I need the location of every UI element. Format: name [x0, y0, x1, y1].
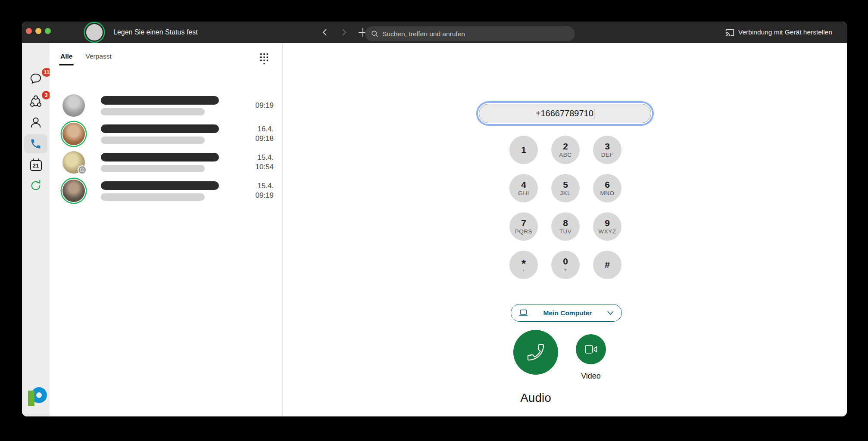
dialpad-key-4[interactable]: 4GHI: [509, 174, 538, 202]
chat-icon: [29, 72, 42, 85]
call-entry[interactable]: 09:19: [50, 91, 282, 120]
tab-verpasst[interactable]: Verpasst: [85, 53, 111, 65]
redacted-name: [101, 124, 244, 144]
call-entry[interactable]: 15.4.10:54: [50, 148, 282, 177]
redacted-name: [101, 96, 244, 115]
calendar-icon: 21: [30, 160, 42, 171]
sidebar-item-contacts[interactable]: [22, 113, 50, 132]
redacted-name: [101, 181, 244, 201]
zoom-window-button[interactable]: [45, 28, 51, 34]
phone-icon: [30, 138, 42, 150]
dialpad-grid-icon: [259, 53, 269, 65]
dialpad-key-1[interactable]: 1: [509, 136, 538, 164]
person-icon: [29, 116, 42, 129]
audio-call-button[interactable]: [513, 330, 558, 375]
dialer-pane: +16667789710 1 2ABC 3DEF 4GHI 5JKL 6MNO …: [283, 43, 847, 416]
call-entry[interactable]: 15.4.09:19: [50, 177, 282, 205]
dialpad-key-2[interactable]: 2ABC: [551, 136, 580, 164]
dialpad-key-hash[interactable]: #: [593, 251, 621, 279]
phone-handset-icon: [525, 342, 546, 363]
dialpad-key-8[interactable]: 8TUV: [551, 212, 580, 241]
chevron-left-icon: [321, 28, 329, 36]
dialpad-toggle-button[interactable]: [259, 53, 269, 66]
call-time: 15.4.10:54: [244, 153, 274, 172]
sidebar: 11 3: [22, 43, 50, 416]
forward-button[interactable]: [337, 26, 350, 39]
connect-device-button[interactable]: Verbindung mit Gerät herstellen: [725, 22, 832, 43]
phone-number-input[interactable]: +16667789710: [479, 104, 651, 123]
back-button[interactable]: [318, 26, 331, 39]
search-icon: [371, 30, 378, 37]
dialpad-key-9[interactable]: 9WXYZ: [593, 212, 621, 241]
call-history-list: 09:19 16.4.09:18 15.4.10:54: [50, 91, 282, 205]
avatar: [62, 151, 85, 174]
call-time: 15.4.09:19: [244, 181, 274, 200]
close-window-button[interactable]: [26, 28, 32, 34]
call-time: 09:19: [244, 101, 274, 110]
redacted-name: [101, 153, 244, 172]
dialpad-key-6[interactable]: 6MNO: [593, 174, 621, 202]
video-call-button[interactable]: [576, 334, 606, 364]
dialpad-key-3[interactable]: 3DEF: [593, 136, 621, 164]
device-selector[interactable]: Mein Computer: [511, 304, 622, 322]
sidebar-item-meetings[interactable]: 21: [22, 155, 50, 174]
dial-pad: 1 2ABC 3DEF 4GHI 5JKL 6MNO 7PQRS 8TUV 9W…: [509, 136, 621, 279]
status-button[interactable]: Legen Sie einen Status fest: [113, 22, 198, 43]
search-input[interactable]: Suchen, treffen und anrufen: [365, 26, 575, 41]
minimize-window-button[interactable]: [35, 28, 41, 34]
app-window: Legen Sie einen Status fest Suchen, tref…: [22, 22, 847, 416]
dialpad-key-0[interactable]: 0+: [551, 251, 580, 279]
laptop-icon: [519, 309, 528, 317]
device-selector-label: Mein Computer: [528, 309, 607, 317]
away-status-icon: [78, 165, 87, 174]
user-avatar[interactable]: [85, 23, 104, 42]
avatar: [62, 123, 85, 145]
sidebar-item-calling[interactable]: [22, 134, 50, 153]
sidebar-item-updates[interactable]: [22, 176, 50, 195]
chevron-right-icon: [340, 28, 348, 36]
avatar: [62, 94, 85, 117]
dialpad-key-star[interactable]: *,: [509, 251, 538, 279]
avatar: [62, 180, 85, 202]
dialpad-key-7[interactable]: 7PQRS: [509, 212, 538, 241]
sidebar-item-teams[interactable]: 3: [22, 92, 50, 111]
connect-device-label: Verbindung mit Gerät herstellen: [738, 28, 832, 36]
teams-icon: [29, 94, 43, 108]
calls-panel: Alle Verpasst 09:19: [50, 43, 283, 416]
window-controls: [26, 28, 51, 34]
call-time: 16.4.09:18: [244, 124, 274, 143]
calls-tabs: Alle Verpasst: [60, 53, 112, 65]
phone-number-value: +16667789710: [536, 109, 593, 118]
tab-alle[interactable]: Alle: [60, 53, 72, 65]
refresh-icon: [29, 179, 42, 192]
dialpad-key-5[interactable]: 5JKL: [551, 174, 580, 202]
audio-call-label: Audio: [513, 391, 558, 405]
video-camera-icon: [584, 344, 598, 355]
app-logo: [28, 387, 47, 406]
text-caret: [594, 109, 595, 119]
nav-controls: [318, 22, 369, 43]
teams-badge: 3: [42, 91, 50, 99]
search-placeholder: Suchen, treffen und anrufen: [382, 30, 465, 38]
sidebar-item-messaging[interactable]: 11: [22, 69, 50, 88]
connect-device-icon: [725, 28, 734, 37]
video-call-label: Video: [576, 372, 606, 381]
calendar-day: 21: [33, 162, 39, 169]
title-bar: Legen Sie einen Status fest Suchen, tref…: [22, 22, 847, 43]
chevron-down-icon: [607, 311, 614, 315]
call-entry[interactable]: 16.4.09:18: [50, 120, 282, 148]
